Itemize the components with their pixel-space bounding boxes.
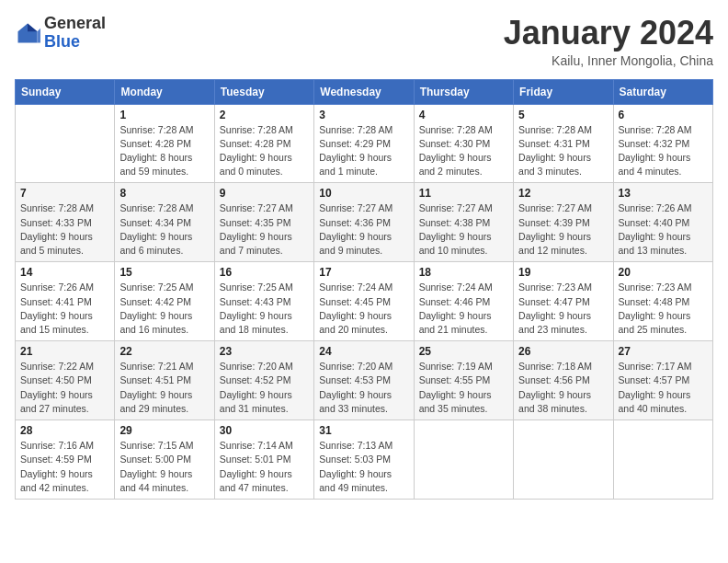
day-info: Sunrise: 7:28 AMSunset: 4:34 PMDaylight:… [119, 201, 209, 258]
day-number: 31 [319, 424, 408, 437]
day-cell: 31Sunrise: 7:13 AMSunset: 5:03 PMDayligh… [314, 420, 414, 500]
day-number: 28 [20, 424, 109, 437]
day-number: 25 [419, 345, 508, 358]
week-row-5: 28Sunrise: 7:16 AMSunset: 4:59 PMDayligh… [16, 420, 713, 500]
calendar-table: SundayMondayTuesdayWednesdayThursdayFrid… [15, 79, 713, 500]
day-cell [414, 420, 513, 500]
day-cell: 27Sunrise: 7:17 AMSunset: 4:57 PMDayligh… [613, 341, 712, 420]
day-cell: 17Sunrise: 7:24 AMSunset: 4:45 PMDayligh… [314, 262, 414, 341]
day-number: 27 [619, 345, 708, 358]
day-info: Sunrise: 7:28 AMSunset: 4:32 PMDaylight:… [619, 123, 708, 179]
title-block: January 2024 Kailu, Inner Mongolia, Chin… [504, 15, 713, 68]
day-info: Sunrise: 7:27 AMSunset: 4:35 PMDaylight:… [220, 201, 309, 258]
day-number: 3 [319, 109, 408, 121]
day-cell: 13Sunrise: 7:26 AMSunset: 4:40 PMDayligh… [613, 183, 712, 262]
week-row-1: 1Sunrise: 7:28 AMSunset: 4:28 PMDaylight… [16, 104, 713, 183]
day-number: 2 [220, 109, 309, 121]
day-number: 23 [220, 345, 309, 358]
day-info: Sunrise: 7:28 AMSunset: 4:28 PMDaylight:… [220, 123, 309, 179]
day-info: Sunrise: 7:28 AMSunset: 4:30 PMDaylight:… [419, 123, 508, 179]
weekday-header-thursday: Thursday [414, 79, 513, 104]
day-number: 6 [619, 109, 708, 121]
day-info: Sunrise: 7:20 AMSunset: 4:52 PMDaylight:… [220, 360, 309, 416]
day-info: Sunrise: 7:28 AMSunset: 4:31 PMDaylight:… [518, 123, 608, 179]
week-row-4: 21Sunrise: 7:22 AMSunset: 4:50 PMDayligh… [16, 341, 713, 420]
weekday-header-sunday: Sunday [16, 79, 115, 104]
day-number: 9 [220, 187, 309, 200]
weekday-header-saturday: Saturday [613, 79, 712, 104]
day-number: 30 [220, 424, 309, 437]
day-number: 14 [20, 266, 109, 279]
day-info: Sunrise: 7:26 AMSunset: 4:40 PMDaylight:… [619, 201, 708, 258]
day-number: 19 [518, 266, 608, 279]
day-number: 17 [319, 266, 408, 279]
day-number: 21 [20, 345, 109, 358]
day-info: Sunrise: 7:26 AMSunset: 4:41 PMDaylight:… [20, 281, 109, 337]
location-label: Kailu, Inner Mongolia, China [504, 53, 713, 68]
week-row-3: 14Sunrise: 7:26 AMSunset: 4:41 PMDayligh… [16, 262, 713, 341]
svg-marker-1 [28, 23, 38, 31]
day-info: Sunrise: 7:23 AMSunset: 4:48 PMDaylight:… [619, 281, 708, 337]
day-number: 26 [518, 345, 608, 358]
day-cell: 18Sunrise: 7:24 AMSunset: 4:46 PMDayligh… [414, 262, 513, 341]
day-number: 12 [518, 187, 608, 200]
day-info: Sunrise: 7:28 AMSunset: 4:28 PMDaylight:… [119, 123, 209, 179]
day-number: 16 [220, 266, 309, 279]
day-info: Sunrise: 7:27 AMSunset: 4:38 PMDaylight:… [419, 201, 508, 258]
day-info: Sunrise: 7:23 AMSunset: 4:47 PMDaylight:… [518, 281, 608, 337]
day-number: 22 [119, 345, 209, 358]
day-info: Sunrise: 7:18 AMSunset: 4:56 PMDaylight:… [518, 360, 608, 416]
day-info: Sunrise: 7:28 AMSunset: 4:29 PMDaylight:… [319, 123, 408, 179]
day-cell: 12Sunrise: 7:27 AMSunset: 4:39 PMDayligh… [514, 183, 613, 262]
day-number: 15 [119, 266, 209, 279]
page-header: General Blue January 2024 Kailu, Inner M… [15, 15, 713, 68]
week-row-2: 7Sunrise: 7:28 AMSunset: 4:33 PMDaylight… [16, 183, 713, 262]
day-cell: 30Sunrise: 7:14 AMSunset: 5:01 PMDayligh… [214, 420, 313, 500]
day-number: 8 [119, 187, 209, 200]
day-info: Sunrise: 7:27 AMSunset: 4:36 PMDaylight:… [319, 201, 408, 258]
day-cell: 5Sunrise: 7:28 AMSunset: 4:31 PMDaylight… [514, 104, 613, 183]
day-info: Sunrise: 7:24 AMSunset: 4:46 PMDaylight:… [419, 281, 508, 337]
day-cell: 25Sunrise: 7:19 AMSunset: 4:55 PMDayligh… [414, 341, 513, 420]
day-number: 7 [20, 187, 109, 200]
svg-marker-2 [38, 29, 41, 43]
day-cell: 21Sunrise: 7:22 AMSunset: 4:50 PMDayligh… [16, 341, 115, 420]
day-info: Sunrise: 7:22 AMSunset: 4:50 PMDaylight:… [20, 360, 109, 416]
day-info: Sunrise: 7:19 AMSunset: 4:55 PMDaylight:… [419, 360, 508, 416]
day-cell: 20Sunrise: 7:23 AMSunset: 4:48 PMDayligh… [613, 262, 712, 341]
day-cell: 14Sunrise: 7:26 AMSunset: 4:41 PMDayligh… [16, 262, 115, 341]
day-info: Sunrise: 7:25 AMSunset: 4:43 PMDaylight:… [220, 281, 309, 337]
day-info: Sunrise: 7:21 AMSunset: 4:51 PMDaylight:… [119, 360, 209, 416]
day-cell: 6Sunrise: 7:28 AMSunset: 4:32 PMDaylight… [613, 104, 712, 183]
logo-icon [15, 20, 40, 46]
day-cell: 1Sunrise: 7:28 AMSunset: 4:28 PMDaylight… [115, 104, 214, 183]
day-number: 29 [119, 424, 209, 437]
day-info: Sunrise: 7:16 AMSunset: 4:59 PMDaylight:… [20, 439, 109, 495]
day-number: 24 [319, 345, 408, 358]
logo-general-text: General [44, 14, 106, 32]
day-number: 1 [119, 109, 209, 121]
day-number: 10 [319, 187, 408, 200]
day-cell: 23Sunrise: 7:20 AMSunset: 4:52 PMDayligh… [214, 341, 313, 420]
day-number: 18 [419, 266, 508, 279]
day-info: Sunrise: 7:27 AMSunset: 4:39 PMDaylight:… [518, 201, 608, 258]
logo: General Blue [15, 15, 106, 52]
day-cell: 26Sunrise: 7:18 AMSunset: 4:56 PMDayligh… [514, 341, 613, 420]
day-cell: 9Sunrise: 7:27 AMSunset: 4:35 PMDaylight… [214, 183, 313, 262]
day-number: 11 [419, 187, 508, 200]
weekday-header-monday: Monday [115, 79, 214, 104]
day-cell: 10Sunrise: 7:27 AMSunset: 4:36 PMDayligh… [314, 183, 414, 262]
weekday-header-row: SundayMondayTuesdayWednesdayThursdayFrid… [16, 79, 713, 104]
day-cell: 3Sunrise: 7:28 AMSunset: 4:29 PMDaylight… [314, 104, 414, 183]
day-cell: 24Sunrise: 7:20 AMSunset: 4:53 PMDayligh… [314, 341, 414, 420]
day-cell: 7Sunrise: 7:28 AMSunset: 4:33 PMDaylight… [16, 183, 115, 262]
day-info: Sunrise: 7:15 AMSunset: 5:00 PMDaylight:… [119, 439, 209, 495]
day-cell: 2Sunrise: 7:28 AMSunset: 4:28 PMDaylight… [214, 104, 313, 183]
day-info: Sunrise: 7:28 AMSunset: 4:33 PMDaylight:… [20, 201, 109, 258]
day-cell: 19Sunrise: 7:23 AMSunset: 4:47 PMDayligh… [514, 262, 613, 341]
logo-blue-text: Blue [44, 32, 80, 51]
day-cell [16, 104, 115, 183]
day-info: Sunrise: 7:25 AMSunset: 4:42 PMDaylight:… [119, 281, 209, 337]
day-info: Sunrise: 7:17 AMSunset: 4:57 PMDaylight:… [619, 360, 708, 416]
day-number: 13 [619, 187, 708, 200]
